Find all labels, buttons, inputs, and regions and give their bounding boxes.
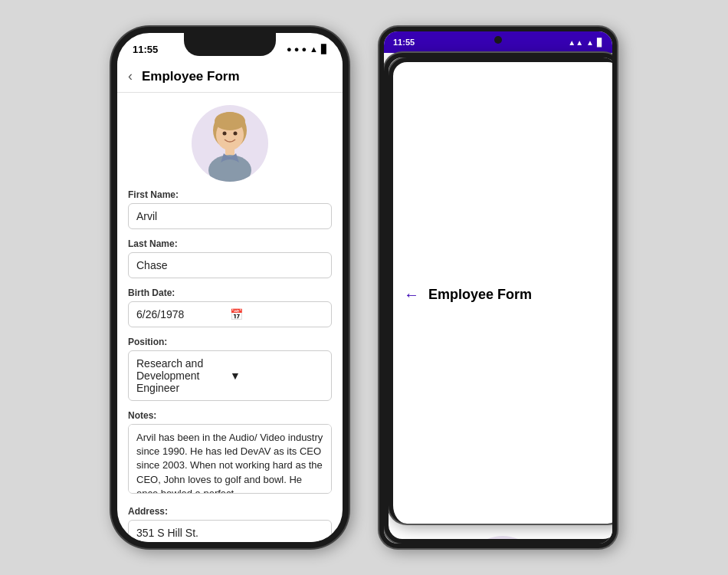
ios-position-group: Position: Research and Development Engin…: [128, 337, 332, 401]
ios-wifi-icon: ▲: [310, 44, 318, 54]
android-battery-icon: ▊: [597, 38, 603, 47]
ios-position-label: Position:: [128, 337, 332, 347]
ios-birth-date-value: 6/26/1978: [136, 308, 230, 320]
svg-point-2: [215, 112, 245, 130]
ios-photo-container: [128, 93, 332, 189]
ios-first-name-input[interactable]: [128, 203, 332, 229]
ios-last-name-group: Last Name:: [128, 238, 332, 278]
ios-address-group: Address:: [128, 506, 332, 542]
android-app-header: ← Employee Form: [389, 58, 617, 524]
iphone-mute-button: [111, 110, 113, 133]
ios-back-button[interactable]: ‹: [128, 68, 133, 84]
ios-signal-icon: ● ● ●: [287, 44, 307, 54]
ios-position-value: Research and Development Engineer: [136, 357, 230, 394]
android-wifi-icon: ▲: [586, 38, 594, 47]
android-device: 11:55 ▲▲ ▲ ▊ ← Employee Form: [379, 27, 617, 548]
ios-position-select[interactable]: Research and Development Engineer ▼: [128, 350, 332, 401]
ios-dropdown-arrow-icon: ▼: [230, 370, 323, 382]
android-back-button[interactable]: ←: [404, 286, 419, 304]
iphone-power-button: [347, 156, 349, 209]
ios-app-title: Employee Form: [142, 69, 240, 84]
ios-first-name-group: First Name:: [128, 189, 332, 229]
android-status-bar: 11:55 ▲▲ ▲ ▊: [384, 31, 612, 53]
android-avatar[interactable]: [464, 536, 541, 539]
ios-notes-group: Notes:: [128, 410, 332, 497]
android-app-title: Employee Form: [428, 287, 532, 303]
ios-status-icons: ● ● ● ▲ ▊: [287, 44, 327, 54]
android-avatar-image: [464, 536, 541, 539]
ios-calendar-icon[interactable]: 📅: [230, 308, 323, 320]
ios-birth-date-group: Birth Date: 6/26/1978 📅: [128, 288, 332, 327]
android-time: 11:55: [393, 38, 415, 47]
iphone-notch: [184, 33, 276, 56]
ios-app-header: ‹ Employee Form: [117, 61, 343, 93]
ios-address-label: Address:: [128, 506, 332, 517]
android-signal-icon: ▲▲: [568, 38, 583, 47]
ios-avatar-image: [192, 105, 268, 182]
ios-app-content: ‹ Employee Form: [117, 61, 343, 542]
ios-birth-date-input[interactable]: 6/26/1978 📅: [128, 301, 332, 327]
android-camera-icon: [494, 36, 502, 44]
android-status-icons: ▲▲ ▲ ▊: [568, 38, 603, 47]
ios-first-name-label: First Name:: [128, 189, 332, 200]
ios-scroll-area[interactable]: First Name: Last Name: Birth Date: 6/26/…: [117, 93, 343, 542]
ios-birth-date-label: Birth Date:: [128, 288, 332, 298]
svg-point-4: [233, 132, 237, 136]
android-photo-container: [399, 524, 606, 539]
ios-notes-textarea[interactable]: [128, 424, 332, 494]
svg-point-3: [222, 132, 226, 136]
android-scroll-area[interactable]: First Name: Last Name: Birth Date: 6/26/…: [389, 524, 617, 539]
android-app-content: ← Employee Form: [384, 53, 617, 544]
iphone-volume-up: [111, 148, 113, 186]
ios-last-name-input[interactable]: [128, 252, 332, 278]
ios-avatar[interactable]: [192, 105, 268, 182]
iphone-volume-down: [111, 198, 113, 236]
ios-notes-label: Notes:: [128, 410, 332, 421]
ios-last-name-label: Last Name:: [128, 238, 332, 249]
ios-address-input[interactable]: [128, 520, 332, 542]
iphone-device: 11:55 ● ● ● ▲ ▊ ‹ Employee Form: [111, 27, 349, 548]
ios-battery-icon: ▊: [321, 44, 327, 54]
ios-time: 11:55: [133, 44, 158, 55]
